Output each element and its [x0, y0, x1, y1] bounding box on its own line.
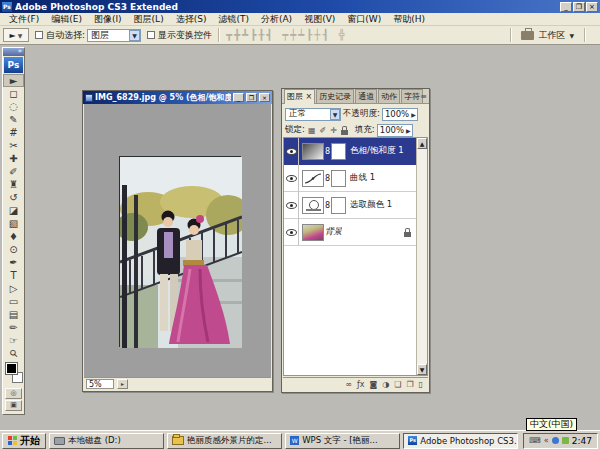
visibility-cell[interactable]	[284, 138, 299, 165]
palette-menu-icon[interactable]: ≡	[420, 92, 427, 101]
layer-name[interactable]: 色相/饱和度 1	[349, 145, 403, 157]
eye-icon[interactable]	[286, 175, 297, 182]
task-local-disk[interactable]: 本地磁盘 (D:)	[49, 433, 164, 449]
menu-image[interactable]: 图像(I)	[88, 13, 128, 26]
quick-selection-tool[interactable]: ✎	[3, 113, 24, 126]
lock-all-icon[interactable]	[341, 130, 348, 135]
delete-layer-icon[interactable]: ▯	[419, 380, 423, 389]
gradient-tool[interactable]: ▧	[3, 217, 24, 230]
type-tool[interactable]: T	[3, 269, 24, 282]
tab-layers[interactable]: 图层 ×	[284, 89, 315, 104]
add-layer-mask-icon[interactable]: ◙	[370, 380, 378, 389]
tray-collapse-icon[interactable]: «	[544, 436, 549, 445]
photo-canvas[interactable]	[119, 156, 241, 347]
menu-help[interactable]: 帮助(H)	[387, 13, 431, 26]
lasso-tool[interactable]: ◌	[3, 100, 24, 113]
zoom-level-field[interactable]: 5%	[86, 379, 114, 389]
mask-link-icon[interactable]: 8	[325, 147, 330, 156]
fill-field[interactable]: 100% ▶	[377, 124, 413, 137]
tab-actions[interactable]: 动作	[378, 89, 400, 103]
status-flyout-button[interactable]: ▸	[117, 379, 128, 389]
start-button[interactable]: 开始	[2, 433, 46, 449]
quick-mask-button[interactable]: ◎	[5, 388, 22, 399]
mask-link-icon[interactable]: 8	[325, 174, 330, 183]
menu-layer[interactable]: 图层(L)	[128, 13, 170, 26]
menu-analysis[interactable]: 分析(A)	[255, 13, 298, 26]
blend-mode-dropdown[interactable]: 正常 ▼	[285, 108, 341, 121]
task-wps[interactable]: W WPS 文字 - [艳丽...	[285, 433, 400, 449]
menu-file[interactable]: 文件(F)	[3, 13, 45, 26]
layer-name[interactable]: 选取颜色 1	[349, 199, 392, 211]
layer-row-background[interactable]: 背景	[284, 219, 416, 246]
eyedropper-tool[interactable]: ✏	[3, 321, 24, 334]
restore-button[interactable]: ❐	[573, 2, 585, 12]
layers-scrollbar[interactable]: ▲ ▼	[416, 138, 427, 375]
pen-tool[interactable]: ✒	[3, 256, 24, 269]
eye-icon[interactable]	[286, 229, 297, 236]
task-photoshop[interactable]: Ps Adobe Photoshop CS3...	[403, 433, 518, 449]
layer-mask-thumbnail[interactable]	[331, 143, 346, 160]
slice-tool[interactable]: ✂	[3, 139, 24, 152]
layer-name[interactable]: 背景	[324, 226, 342, 238]
mask-link-icon[interactable]: 8	[325, 201, 330, 210]
menu-window[interactable]: 窗口(W)	[341, 13, 387, 26]
toolbox-collapse-button[interactable]: »	[3, 48, 24, 56]
layer-row-hue-saturation[interactable]: 8 色相/饱和度 1	[284, 138, 416, 165]
auto-select-checkbox[interactable]	[35, 31, 43, 39]
tab-history[interactable]: 历史记录	[316, 89, 354, 103]
workspace-label[interactable]: 工作区	[538, 29, 565, 42]
doc-close-button[interactable]: ×	[259, 93, 270, 102]
layer-row-curves[interactable]: 8 曲线 1	[284, 165, 416, 192]
shape-tool[interactable]: ▭	[3, 295, 24, 308]
visibility-cell[interactable]	[284, 165, 299, 192]
foreground-color-swatch[interactable]	[6, 363, 17, 374]
close-button[interactable]: ×	[586, 2, 598, 12]
new-group-icon[interactable]: ❏	[394, 380, 401, 389]
menu-select[interactable]: 选择(S)	[170, 13, 213, 26]
layer-style-icon[interactable]: ƒx	[357, 380, 365, 389]
document-title-bar[interactable]: IMG_6829.jpg @ 5% (色相/饱和度 1,... _ ❐ ×	[83, 91, 272, 104]
crop-tool[interactable]: #	[3, 126, 24, 139]
scroll-down-icon[interactable]: ▼	[417, 364, 427, 375]
history-brush-tool[interactable]: ↺	[3, 191, 24, 204]
slider-arrow-icon[interactable]: ▶	[406, 127, 412, 134]
eraser-tool[interactable]: ◪	[3, 204, 24, 217]
tab-close-icon[interactable]: ×	[306, 92, 313, 101]
dodge-tool[interactable]: ⊙	[3, 243, 24, 256]
tool-preset-picker[interactable]: ► ▼	[3, 28, 29, 42]
menu-filter[interactable]: 滤镜(T)	[212, 13, 255, 26]
selective-color-thumbnail[interactable]	[302, 197, 324, 214]
curves-thumbnail[interactable]	[302, 170, 324, 187]
path-selection-tool[interactable]: ▷	[3, 282, 24, 295]
show-transform-checkbox[interactable]	[147, 31, 155, 39]
layer-name[interactable]: 曲线 1	[349, 172, 375, 184]
scroll-up-icon[interactable]: ▲	[417, 138, 427, 149]
notes-tool[interactable]: ▤	[3, 308, 24, 321]
doc-restore-button[interactable]: ❐	[246, 93, 257, 102]
tray-app-icon[interactable]	[562, 437, 569, 444]
keyboard-language-icon[interactable]: ⌨	[529, 436, 541, 445]
visibility-cell[interactable]	[284, 192, 299, 219]
opacity-field[interactable]: 100% ▶	[382, 108, 418, 121]
hue-saturation-thumbnail[interactable]	[302, 143, 324, 160]
tab-channels[interactable]: 通道	[355, 89, 377, 103]
blur-tool[interactable]: ♦	[3, 230, 24, 243]
screen-mode-button[interactable]: ▣	[5, 400, 22, 411]
eye-icon[interactable]	[286, 148, 297, 155]
layer-mask-thumbnail[interactable]	[331, 197, 346, 214]
clone-stamp-tool[interactable]: ♜	[3, 178, 24, 191]
spot-healing-tool[interactable]: ✚	[3, 152, 24, 165]
brush-tool[interactable]: ✐	[3, 165, 24, 178]
auto-select-dropdown[interactable]: 图层 ▼	[87, 29, 141, 42]
minimize-button[interactable]: _	[560, 2, 572, 12]
menu-edit[interactable]: 编辑(E)	[45, 13, 88, 26]
visibility-cell[interactable]	[284, 219, 299, 246]
lock-transparency-icon[interactable]: ▦	[308, 126, 316, 135]
eye-icon[interactable]	[286, 202, 297, 209]
doc-minimize-button[interactable]: _	[233, 93, 244, 102]
menu-view[interactable]: 视图(V)	[298, 13, 341, 26]
link-layers-icon[interactable]: ∞	[345, 380, 352, 389]
canvas-area[interactable]	[84, 104, 271, 377]
layer-row-selective-color[interactable]: 8 选取颜色 1	[284, 192, 416, 219]
layer-mask-thumbnail[interactable]	[331, 170, 346, 187]
